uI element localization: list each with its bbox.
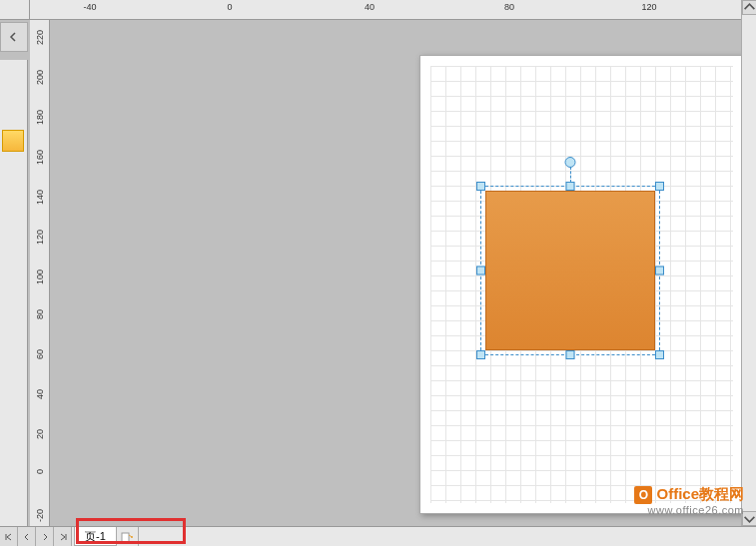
first-icon [5,533,13,541]
chevron-down-icon [743,512,756,525]
shape-selection-box[interactable] [480,186,660,355]
panel-collapse-button[interactable] [0,22,28,52]
ruler-vertical[interactable]: 220 200 180 160 140 120 100 80 60 40 20 … [30,20,50,526]
chevron-up-icon [743,1,756,14]
resize-handle-sw[interactable] [476,350,485,359]
ruler-v-tick-label: -20 [35,509,45,522]
tab-nav-next[interactable] [36,527,54,546]
ruler-corner [0,0,30,20]
ruler-v-tick-label: 20 [35,429,45,439]
rectangle-shape[interactable] [485,191,655,350]
shape-thumbnail[interactable] [2,130,24,152]
ruler-h-tick-label: -40 [83,2,96,12]
ruler-h-tick-label: 40 [365,2,375,12]
resize-handle-ne[interactable] [655,182,664,191]
page-tab-bar: 页-1 [0,526,756,546]
chevron-right-icon [41,533,49,541]
drawing-canvas[interactable] [50,20,741,526]
ruler-v-tick-label: 220 [35,30,45,45]
resize-handle-n[interactable] [566,182,575,191]
tab-nav-prev[interactable] [18,527,36,546]
vertical-scrollbar[interactable] [741,0,756,526]
ruler-v-tick-label: 140 [35,190,45,205]
last-icon [59,533,67,541]
resize-handle-s[interactable] [566,350,575,359]
ruler-v-tick-label: 80 [35,309,45,319]
ruler-v-tick-label: 200 [35,70,45,85]
page[interactable] [419,55,741,514]
shapes-panel [0,60,28,526]
tab-nav-last[interactable] [54,527,72,546]
resize-handle-se[interactable] [655,350,664,359]
ruler-h-tick-label: 80 [504,2,514,12]
tab-nav-first[interactable] [0,527,18,546]
new-page-tab-button[interactable] [117,527,139,546]
svg-rect-0 [122,533,129,542]
scroll-down-button[interactable] [742,511,756,526]
ruler-v-tick-label: 120 [35,230,45,245]
resize-handle-nw[interactable] [476,182,485,191]
ruler-horizontal[interactable]: -40 0 40 80 120 [30,0,741,20]
ruler-v-tick-label: 100 [35,270,45,284]
chevron-left-icon [23,533,31,541]
ruler-v-tick-label: 160 [35,150,45,165]
new-page-icon [121,531,133,543]
svg-point-1 [131,536,133,538]
ruler-v-tick-label: 60 [35,349,45,359]
ruler-v-tick-label: 180 [35,110,45,125]
resize-handle-w[interactable] [476,267,485,275]
chevron-left-icon [9,32,19,42]
ruler-v-tick-label: 40 [35,389,45,399]
rotation-connector [570,167,571,183]
ruler-h-tick-label: 120 [641,2,656,12]
rotation-handle[interactable] [565,157,576,168]
ruler-v-tick-label: 0 [35,469,45,474]
page-tab-1[interactable]: 页-1 [74,527,117,546]
resize-handle-e[interactable] [655,267,664,275]
page-tab-label: 页-1 [85,529,106,544]
scroll-up-button[interactable] [742,0,756,15]
ruler-h-tick-label: 0 [227,2,232,12]
